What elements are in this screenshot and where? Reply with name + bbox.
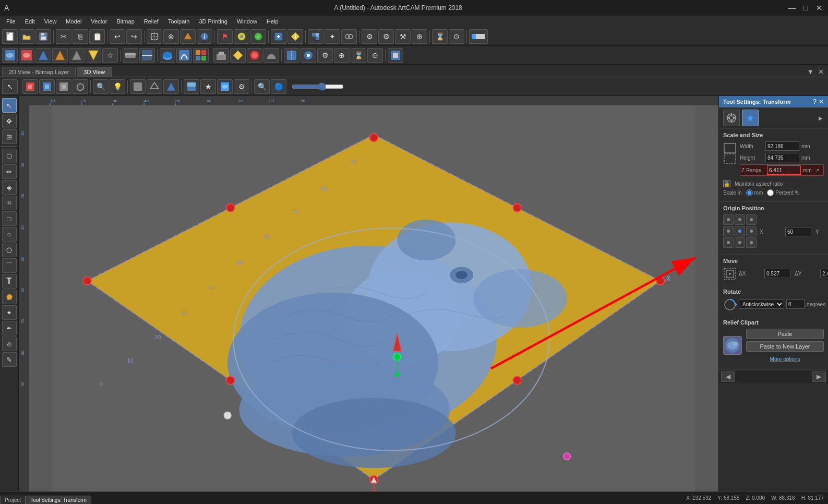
relief-tb-5[interactable] — [69, 48, 85, 63]
panel-icon-star[interactable] — [742, 110, 759, 126]
tool-arc[interactable]: ⌒ — [2, 258, 17, 273]
copy-button[interactable]: ⎘ — [73, 29, 88, 44]
relief-tb-10[interactable] — [160, 48, 175, 63]
zrange-input[interactable] — [767, 165, 801, 175]
panel-expand[interactable]: ▶ — [818, 110, 824, 126]
tool-node[interactable]: ⬡ — [2, 149, 17, 163]
view-cube-front[interactable] — [22, 79, 38, 94]
tab-3d-view[interactable]: 3D View — [77, 67, 112, 77]
tool-circle[interactable]: ○ — [2, 227, 17, 242]
origin-br[interactable] — [746, 237, 757, 248]
panel-nav-right[interactable]: ▶ — [812, 371, 826, 382]
relief-tb-14[interactable] — [230, 48, 246, 63]
panel-icon-move[interactable] — [723, 110, 740, 126]
view-solid[interactable] — [130, 79, 146, 94]
relief-tb-16[interactable] — [263, 48, 279, 63]
view-star[interactable]: ★ — [200, 79, 216, 94]
view-cube-top[interactable] — [39, 79, 55, 94]
menu-bitmap[interactable]: Bitmap — [113, 17, 139, 26]
menu-help[interactable]: Help — [262, 17, 283, 26]
relief-tb-19[interactable]: ⚙ — [317, 48, 333, 63]
tb-btn-6[interactable]: ✓ — [250, 29, 266, 44]
tb-arrange-3[interactable] — [341, 29, 357, 44]
paste-button-panel[interactable]: Paste — [746, 329, 824, 339]
scale-percent-option[interactable]: Percent % — [767, 189, 799, 196]
view-relief-2[interactable] — [217, 79, 233, 94]
tb-btn-2[interactable]: ⊗ — [163, 29, 179, 44]
menu-file[interactable]: File — [2, 17, 20, 26]
menu-view[interactable]: View — [40, 17, 61, 26]
origin-bc[interactable] — [735, 237, 745, 248]
aspect-lock-icon[interactable]: 🔒 — [723, 180, 730, 187]
view-select-btn[interactable]: ↖ — [2, 79, 18, 94]
tb-fn-3[interactable]: ⌛ — [432, 29, 448, 44]
tb-gear-1[interactable]: ⚙ — [362, 29, 377, 44]
tb-btn-4[interactable]: i — [197, 29, 212, 44]
origin-mc[interactable] — [735, 226, 745, 236]
save-button[interactable] — [35, 29, 51, 44]
tool-line[interactable]: ⎋ — [2, 337, 17, 351]
canvas-area[interactable]: 10 20 30 40 50 60 70 80 90 — [19, 96, 718, 491]
view-3d-more[interactable]: 🔵 — [271, 79, 286, 94]
menu-toolpath[interactable]: Toolpath — [164, 17, 194, 26]
tab-dropdown[interactable]: ▼ — [805, 67, 816, 77]
relief-tb-12[interactable] — [193, 48, 209, 63]
undo-button[interactable]: ↩ — [110, 29, 125, 44]
rotate-angle-input[interactable] — [786, 299, 805, 309]
tool-transform[interactable]: ✥ — [2, 114, 17, 128]
origin-ml[interactable] — [723, 226, 734, 236]
tb-arrange-2[interactable]: ✦ — [325, 29, 340, 44]
cut-button[interactable]: ✂ — [56, 29, 71, 44]
tb-btn-5[interactable] — [234, 29, 249, 44]
tb-btn-1[interactable] — [147, 29, 162, 44]
dy-input[interactable] — [820, 269, 828, 278]
tb-btn-8[interactable] — [287, 29, 303, 44]
origin-tl[interactable] — [723, 214, 734, 225]
relief-tb-22[interactable]: ⊙ — [367, 48, 383, 63]
tb-fn-1[interactable]: ⚒ — [395, 29, 411, 44]
zoom-slider[interactable] — [292, 82, 344, 91]
tool-ruler[interactable]: ⌗ — [2, 196, 17, 210]
relief-tb-7[interactable]: ☆ — [102, 48, 118, 63]
origin-x-input[interactable] — [785, 227, 811, 236]
relief-tb-2[interactable] — [19, 48, 34, 63]
view-zoom-in[interactable]: 🔍 — [254, 79, 270, 94]
relief-tb-23[interactable] — [388, 48, 403, 63]
relief-tb-6[interactable] — [86, 48, 101, 63]
open-button[interactable] — [19, 29, 34, 44]
relief-tb-3[interactable] — [35, 48, 51, 63]
panel-close[interactable]: ✕ — [819, 98, 824, 105]
height-input[interactable] — [765, 153, 799, 162]
tool-select[interactable]: ↖ — [2, 98, 17, 113]
status-tab-project[interactable]: Project — [0, 496, 26, 504]
relief-tb-21[interactable]: ⌛ — [351, 48, 366, 63]
dx-input[interactable] — [764, 269, 790, 278]
tool-star[interactable]: ✦ — [2, 305, 17, 320]
maximize-button[interactable]: □ — [801, 3, 810, 13]
paste-button[interactable]: 📋 — [89, 29, 105, 44]
more-options-link[interactable]: More options — [770, 356, 800, 362]
view-settings[interactable]: ⚙ — [234, 79, 249, 94]
menu-3dprinting[interactable]: 3D Printing — [195, 17, 231, 26]
paste-new-layer-button[interactable]: Paste to New Layer — [746, 341, 824, 352]
view-composite[interactable] — [184, 79, 199, 94]
relief-tb-15[interactable] — [247, 48, 262, 63]
tb-btn-3[interactable] — [180, 29, 196, 44]
tab-2d-view[interactable]: 2D View - Bitmap Layer — [2, 67, 76, 77]
status-tab-transform[interactable]: Tool Settings: Transform — [26, 496, 91, 504]
panel-nav-left[interactable]: ◀ — [721, 371, 735, 382]
relief-tb-8[interactable] — [123, 48, 138, 63]
menu-window[interactable]: Window — [233, 17, 261, 26]
menu-edit[interactable]: Edit — [21, 17, 39, 26]
view-iso[interactable] — [73, 79, 88, 94]
tool-rect[interactable]: □ — [2, 211, 17, 226]
tb-fn-5[interactable] — [469, 29, 488, 44]
origin-tr[interactable] — [746, 214, 757, 225]
origin-tc[interactable] — [735, 214, 745, 225]
relief-tb-9[interactable] — [139, 48, 155, 63]
relief-tb-1[interactable] — [2, 48, 18, 63]
tb-arrange-1[interactable] — [308, 29, 323, 44]
scale-mm-option[interactable]: mm — [746, 189, 763, 196]
tool-grid[interactable]: ⊞ — [2, 129, 17, 144]
tb-flag-red[interactable]: ⚑ — [217, 29, 233, 44]
